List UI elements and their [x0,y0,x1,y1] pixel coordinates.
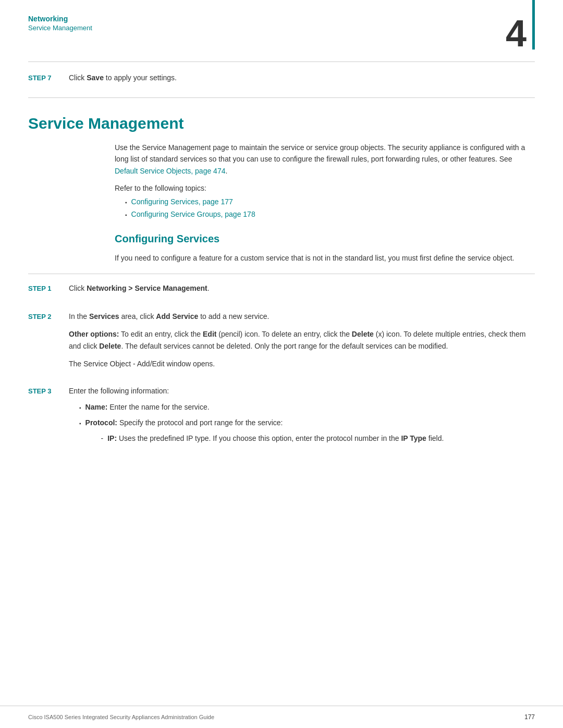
refer-text: Refer to the following topics: [115,184,535,192]
step1-bold: Networking > Service Management [87,284,207,292]
step3-bullet-protocol: Protocol: Specify the protocol and port … [79,417,535,448]
footer-page-num: 177 [524,713,535,721]
ip-type-bold: IP Type [401,434,426,442]
step3-intro: Enter the following information: [69,387,535,395]
section-title: Service Management [0,98,563,142]
page-footer: Cisco ISA500 Series Integrated Security … [0,706,563,728]
page-container: Networking Service Management 4 STEP 7 C… [0,0,563,728]
bullet-name-text: Name: Enter the name for the service. [85,401,210,413]
content-body: Use the Service Management page to maint… [0,142,563,218]
edit-bold: Edit [203,330,216,338]
default-service-link[interactable]: Default Service Objects, page 474 [115,167,225,175]
delete-bold2: Delete [99,342,121,350]
step2-label: STEP 2 [28,313,59,320]
step2-text: In the Services area, click Add Service … [69,312,269,320]
step3-content: Enter the following information: Name: E… [69,387,535,452]
sub-bullet-ip: IP: Uses the predefined IP type. If you … [101,433,444,444]
protocol-text: Protocol: Specify the protocol and port … [85,418,283,427]
breadcrumb-section: Networking Service Management [28,15,92,32]
step3-label: STEP 3 [28,387,59,395]
chapter-number: 4 [506,13,527,54]
step2-bold1: Services [89,312,119,320]
step2-bold2: Add Service [156,312,198,320]
configuring-services-link[interactable]: Configuring Services, page 177 [131,198,233,206]
steps-area: STEP 1 Click Networking > Service Manage… [0,274,563,460]
intro-text: Use the Service Management page to maint… [115,142,535,177]
step3-item: STEP 3 Enter the following information: … [28,378,535,460]
header-top: Networking Service Management 4 [28,15,535,52]
delete-bold: Delete [352,330,374,338]
breadcrumb-networking: Networking [28,15,92,23]
intro-text-before: Use the Service Management page to maint… [115,143,525,163]
step7-row: STEP 7 Click Save to apply your settings… [28,73,535,82]
step3-bullet-name: Name: Enter the name for the service. [79,401,535,413]
ip-text: IP: Uses the predefined IP type. If you … [107,433,444,444]
step7-label: STEP 7 [28,74,59,82]
step1-content: Click Networking > Service Management. [69,282,535,294]
other-options-label: Other options: [69,330,119,338]
topic-links-list: Configuring Services, page 177 Configuri… [125,198,535,218]
other-options-block: Other options: To edit an entry, click t… [69,328,535,352]
step7-bold: Save [87,73,104,82]
configuring-groups-link[interactable]: Configuring Service Groups, page 178 [131,210,255,218]
step1-label: STEP 1 [28,285,59,292]
step2-item: STEP 2 In the Services area, click Add S… [28,302,535,378]
header: Networking Service Management 4 [0,0,563,52]
ip-bold: IP: [107,434,117,442]
step7-area: STEP 7 Click Save to apply your settings… [0,62,563,97]
name-bold: Name: [85,403,108,411]
protocol-bold: Protocol: [85,418,117,427]
subsection-title: Configuring Services [0,228,563,252]
step7-text: Click Save to apply your settings. [69,73,177,82]
list-item-1: Configuring Services, page 177 [125,198,535,206]
window-opens-text: The Service Object - Add/Edit window ope… [69,358,535,369]
protocol-container: Protocol: Specify the protocol and port … [85,417,444,448]
header-right: 4 [506,15,535,52]
step1-text-before: Click [69,284,87,292]
step1-item: STEP 1 Click Networking > Service Manage… [28,274,535,302]
breadcrumb-sub: Service Management [28,24,92,32]
step3-bullets: Name: Enter the name for the service. Pr… [79,401,535,448]
step2-content: In the Services area, click Add Service … [69,311,535,370]
footer-text: Cisco ISA500 Series Integrated Security … [28,714,214,720]
intro-text-end: . [225,167,227,175]
list-item-2: Configuring Service Groups, page 178 [125,210,535,218]
step1-text-after: . [207,284,210,292]
chapter-num-box: 4 [506,15,535,52]
sub-bullets-list: IP: Uses the predefined IP type. If you … [101,433,444,444]
subsection-intro: If you need to configure a feature for a… [0,252,563,273]
